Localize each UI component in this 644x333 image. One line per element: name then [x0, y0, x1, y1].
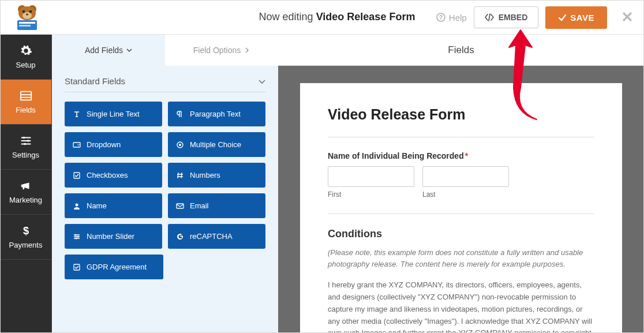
- field-paragraph-text[interactable]: Paragraph Text: [168, 102, 265, 126]
- form-preview[interactable]: Video Release Form Name of Individual Be…: [300, 83, 622, 333]
- save-label: SAVE: [570, 13, 594, 23]
- help-icon: ?: [436, 13, 445, 22]
- left-panel: Add Fields Field Options Standard Fields…: [52, 35, 278, 333]
- panel-tabs: Add Fields Field Options: [52, 35, 278, 66]
- email-icon: [176, 202, 184, 210]
- nav-payments-label: Payments: [9, 241, 43, 249]
- preview-wrap: Fields Video Release Form Name of Indivi…: [278, 35, 644, 333]
- svg-text:$: $: [23, 225, 28, 237]
- sub-first: First: [328, 190, 414, 199]
- top-bar: Now editing Video Release Form ? Help EM…: [0, 0, 644, 35]
- nav-settings[interactable]: Settings: [0, 125, 51, 170]
- svg-point-26: [77, 235, 79, 237]
- divider: [328, 137, 594, 137]
- nav-fields-label: Fields: [16, 106, 36, 114]
- svg-point-3: [23, 12, 32, 19]
- svg-point-17: [24, 143, 26, 145]
- google-icon: [176, 233, 184, 241]
- field-grid: Single Line Text Paragraph Text Dropdown…: [52, 102, 278, 279]
- radio-icon: [176, 141, 184, 149]
- first-name-input[interactable]: [328, 166, 414, 187]
- nav-fields[interactable]: Fields: [0, 80, 51, 125]
- field-email[interactable]: Email: [168, 193, 265, 218]
- svg-rect-24: [177, 204, 184, 208]
- svg-point-4: [23, 10, 25, 13]
- help-label: Help: [449, 13, 467, 23]
- embed-icon: [485, 13, 494, 21]
- check-icon: [558, 13, 567, 22]
- field-recaptcha[interactable]: reCAPTCHA: [168, 224, 265, 249]
- name-field-label: Name of Individual Being Recorded*: [328, 151, 594, 160]
- field-single-line-text[interactable]: Single Line Text: [65, 102, 162, 126]
- check-square-icon: [73, 263, 81, 271]
- tab-options-label: Field Options: [193, 46, 241, 55]
- svg-point-5: [29, 10, 32, 13]
- svg-rect-9: [19, 25, 31, 27]
- nav-settings-label: Settings: [12, 151, 39, 159]
- chevron-right-icon: [244, 47, 250, 53]
- gear-icon: [20, 44, 32, 57]
- tab-add-fields[interactable]: Add Fields: [52, 35, 165, 66]
- section-header-standard[interactable]: Standard Fields: [52, 66, 278, 92]
- megaphone-icon: [20, 179, 32, 192]
- sub-last: Last: [422, 190, 509, 199]
- embed-button[interactable]: EMBED: [474, 6, 539, 28]
- editing-prefix: Now editing: [259, 11, 313, 23]
- sliders-icon: [20, 134, 32, 147]
- last-name-input[interactable]: [422, 166, 509, 187]
- field-number-slider[interactable]: Number Slider: [65, 224, 162, 249]
- conditions-title: Conditions: [328, 228, 594, 240]
- save-button[interactable]: SAVE: [545, 6, 607, 29]
- field-gdpr[interactable]: GDPR Agreement: [65, 255, 163, 279]
- dropdown-icon: [73, 141, 81, 149]
- form-name: Video Release Form: [316, 11, 415, 23]
- user-icon: [73, 202, 81, 210]
- nav-marketing-label: Marketing: [9, 196, 42, 204]
- conditions-note: (Please note, this example form does not…: [328, 247, 594, 270]
- svg-point-15: [23, 137, 25, 139]
- svg-point-27: [76, 237, 77, 239]
- divider: [65, 92, 265, 92]
- embed-label: EMBED: [499, 13, 528, 22]
- divider: [328, 214, 594, 214]
- checkbox-icon: [73, 171, 81, 179]
- tab-field-options[interactable]: Field Options: [165, 35, 278, 66]
- name-row: [328, 166, 594, 187]
- svg-point-21: [179, 144, 181, 146]
- nav-marketing[interactable]: Marketing: [0, 170, 51, 215]
- svg-point-25: [75, 234, 77, 235]
- app-logo: [7, 1, 47, 33]
- form-title: Video Release Form: [328, 106, 594, 123]
- tab-add-label: Add Fields: [85, 46, 123, 55]
- fields-icon: [20, 89, 32, 102]
- svg-point-6: [26, 13, 28, 15]
- field-multiple-choice[interactable]: Multiple Choice: [168, 132, 265, 157]
- help-button[interactable]: ? Help: [436, 13, 467, 23]
- required-asterisk: *: [465, 151, 468, 160]
- slider-icon: [73, 233, 81, 241]
- nav-rail: Setup Fields Settings Marketing $ Paymen…: [0, 35, 52, 333]
- svg-rect-8: [19, 22, 35, 24]
- paragraph-icon: [176, 110, 184, 118]
- sub-labels: First Last: [328, 190, 594, 199]
- field-dropdown[interactable]: Dropdown: [65, 132, 162, 157]
- svg-point-16: [27, 140, 29, 142]
- svg-text:?: ?: [439, 14, 443, 21]
- nav-setup-label: Setup: [16, 61, 36, 69]
- section-title: Standard Fields: [65, 76, 125, 86]
- field-name[interactable]: Name: [65, 193, 162, 218]
- field-checkboxes[interactable]: Checkboxes: [65, 163, 162, 188]
- chevron-down-icon: [126, 47, 132, 53]
- svg-rect-12: [20, 92, 31, 100]
- nav-payments[interactable]: $ Payments: [0, 215, 51, 260]
- hash-icon: [176, 171, 184, 179]
- chevron-down-icon: [259, 78, 265, 85]
- preview-header: Fields: [278, 35, 644, 66]
- dollar-icon: $: [20, 225, 32, 237]
- nav-setup[interactable]: Setup: [0, 35, 51, 80]
- close-icon: [622, 12, 632, 22]
- preview-area: Video Release Form Name of Individual Be…: [278, 66, 644, 333]
- field-numbers[interactable]: Numbers: [168, 163, 265, 188]
- text-icon: [73, 110, 81, 118]
- close-button[interactable]: [619, 6, 636, 29]
